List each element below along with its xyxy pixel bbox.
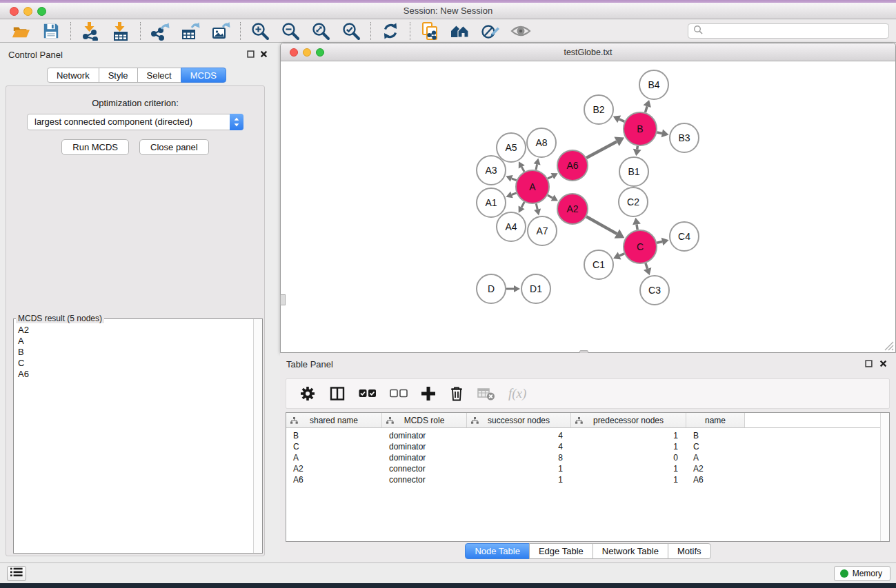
graph-node-B2[interactable]: B2 xyxy=(584,95,613,124)
graph-node-C1[interactable]: C1 xyxy=(584,250,613,279)
graph-edge-C-C4[interactable] xyxy=(657,238,668,246)
mcds-result-item[interactable]: B xyxy=(18,347,262,358)
table-scrollbar[interactable] xyxy=(880,413,889,541)
mcds-result-item[interactable]: A6 xyxy=(18,369,262,380)
table-row[interactable]: Cdominator41C xyxy=(286,441,889,452)
add-column-icon[interactable] xyxy=(421,386,436,401)
float-panel-icon[interactable] xyxy=(246,50,255,59)
zoom-in-icon[interactable] xyxy=(249,21,271,41)
float-table-panel-icon[interactable] xyxy=(864,359,873,368)
graph-edge-A-A3[interactable] xyxy=(506,175,516,182)
search-input[interactable] xyxy=(706,25,888,37)
mcds-result-item[interactable]: C xyxy=(18,358,262,369)
table-tab-motifs[interactable]: Motifs xyxy=(668,543,711,559)
close-panel-icon[interactable] xyxy=(259,50,268,59)
deselect-all-icon[interactable] xyxy=(390,389,408,398)
graph-node-A5[interactable]: A5 xyxy=(497,133,526,162)
graph-node-A7[interactable]: A7 xyxy=(528,216,557,245)
panel-divider-grip[interactable] xyxy=(280,294,286,305)
mcds-result-item[interactable]: A xyxy=(18,336,262,347)
zoom-fit-icon[interactable] xyxy=(310,21,332,41)
tab-mcds[interactable]: MCDS xyxy=(181,68,226,83)
graph-edge-B-B4[interactable] xyxy=(644,100,651,112)
show-columns-icon[interactable] xyxy=(329,385,346,402)
graph-node-B3[interactable]: B3 xyxy=(670,123,699,152)
export-image-icon[interactable] xyxy=(210,21,232,41)
graph-node-A8[interactable]: A8 xyxy=(527,128,556,157)
column-header-successor-nodes[interactable]: successor nodes xyxy=(467,413,571,427)
graph-node-D[interactable]: D xyxy=(477,274,506,303)
table-row[interactable]: Adominator80A xyxy=(286,452,889,463)
close-panel-button[interactable]: Close panel xyxy=(139,139,209,155)
graphics-details-icon[interactable] xyxy=(479,21,501,41)
table-tab-node-table[interactable]: Node Table xyxy=(465,543,530,559)
graph-node-C4[interactable]: C4 xyxy=(670,222,699,251)
graph-node-A2[interactable]: A2 xyxy=(557,194,588,224)
tab-select[interactable]: Select xyxy=(137,68,181,83)
select-all-icon[interactable] xyxy=(359,389,377,398)
graph-edge-A-A5[interactable] xyxy=(519,161,525,172)
graph-edge-A-A8[interactable] xyxy=(534,159,541,170)
graph-node-A[interactable]: A xyxy=(516,170,549,203)
graph-node-C[interactable]: C xyxy=(624,230,657,263)
graph-node-C2[interactable]: C2 xyxy=(619,187,648,216)
graph-edge-A-A6[interactable] xyxy=(548,173,558,179)
birds-eye-icon[interactable] xyxy=(510,21,532,41)
table-row[interactable]: A2connector11A2 xyxy=(286,463,889,474)
import-table-icon[interactable] xyxy=(110,21,132,41)
import-network-icon[interactable] xyxy=(79,21,101,41)
graph-edge-C-C2[interactable] xyxy=(633,218,641,230)
graph-edge-A6-B[interactable] xyxy=(586,137,624,159)
run-mcds-button[interactable]: Run MCDS xyxy=(61,139,129,155)
table-row[interactable]: Bdominator41B xyxy=(286,430,889,441)
refresh-layout-icon[interactable] xyxy=(379,21,401,41)
export-network-icon[interactable] xyxy=(149,21,171,41)
graph-node-A4[interactable]: A4 xyxy=(497,212,526,241)
open-file-icon[interactable] xyxy=(10,21,32,41)
table-tab-edge-table[interactable]: Edge Table xyxy=(529,543,593,559)
network-canvas[interactable]: B4B2BB3A5A8A6A3B1AA1C2A2A4A7C4CC1C3DD1 xyxy=(281,62,895,352)
graph-edge-C-C1[interactable] xyxy=(613,252,624,260)
memory-button[interactable]: Memory xyxy=(834,566,890,581)
graph-node-A1[interactable]: A1 xyxy=(477,188,506,217)
graph-edge-A-A7[interactable] xyxy=(534,203,541,215)
graph-node-C3[interactable]: C3 xyxy=(640,276,669,305)
graph-edge-B-B3[interactable] xyxy=(657,130,669,138)
graph-edge-A-A4[interactable] xyxy=(519,202,525,213)
graph-edge-A2-C[interactable] xyxy=(586,216,624,239)
window-resize-grip[interactable] xyxy=(884,341,894,351)
search-box[interactable] xyxy=(688,23,889,39)
graph-node-B[interactable]: B xyxy=(624,112,657,145)
result-scrollbar[interactable] xyxy=(253,319,262,553)
new-network-selection-icon[interactable] xyxy=(419,21,441,41)
graph-node-A3[interactable]: A3 xyxy=(477,156,506,185)
zoom-out-icon[interactable] xyxy=(279,21,301,41)
graph-edge-A-A1[interactable] xyxy=(506,192,517,199)
graph-edge-B-B2[interactable] xyxy=(613,116,625,123)
save-session-icon[interactable] xyxy=(40,21,62,41)
tab-style[interactable]: Style xyxy=(99,68,138,83)
zoom-selected-icon[interactable] xyxy=(340,21,362,41)
graph-edge-D-D1[interactable] xyxy=(506,285,520,292)
tab-network[interactable]: Network xyxy=(47,68,99,83)
table-row[interactable]: A6connector11A6 xyxy=(286,474,889,485)
graph-edge-C-C3[interactable] xyxy=(644,263,651,276)
column-header-name[interactable]: name xyxy=(686,413,745,427)
graph-node-B1[interactable]: B1 xyxy=(619,157,648,186)
column-header-mcds-role[interactable]: MCDS role xyxy=(382,413,467,427)
column-header-shared-name[interactable]: shared name xyxy=(286,413,382,427)
table-tab-network-table[interactable]: Network Table xyxy=(593,543,668,559)
close-table-panel-icon[interactable] xyxy=(879,359,888,368)
graph-node-D1[interactable]: D1 xyxy=(521,274,550,303)
table-options-icon[interactable] xyxy=(299,385,316,402)
task-history-button[interactable] xyxy=(7,566,26,581)
export-table-icon[interactable] xyxy=(179,21,201,41)
mcds-result-item[interactable]: A2 xyxy=(18,325,262,336)
graph-node-B4[interactable]: B4 xyxy=(639,70,668,99)
graph-node-A6[interactable]: A6 xyxy=(557,150,588,181)
graph-edge-A-A2[interactable] xyxy=(548,195,558,201)
select-stepper-icon[interactable] xyxy=(230,114,243,130)
criterion-select[interactable]: largest connected component (directed) xyxy=(27,114,243,130)
column-header-predecessor-nodes[interactable]: predecessor nodes xyxy=(571,413,686,427)
graph-edge-B-B1[interactable] xyxy=(633,146,641,156)
